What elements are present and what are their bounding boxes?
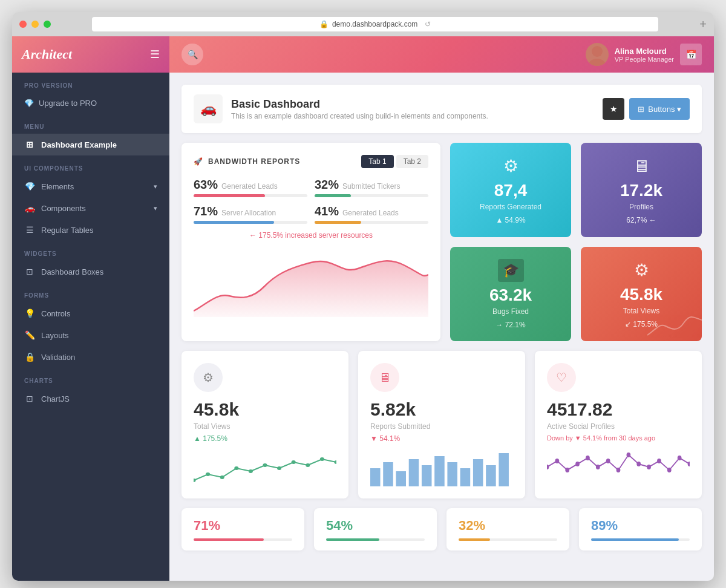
controls-icon: 💡 [24, 309, 35, 318]
bandwidth-info: ← 175.5% increased server resources [194, 231, 428, 240]
svg-point-9 [292, 460, 296, 464]
stat-card-profiles: 🖥 17.2k Profiles 62,7% ← [581, 143, 702, 237]
user-area: Alina Mclourd VP People Manager [586, 43, 674, 66]
settings-icon: ⚙ [634, 260, 649, 280]
mid-heart-icon: ♡ [556, 370, 567, 385]
dashboard-label: Dashboard Example [41, 140, 117, 149]
tab2-button[interactable]: Tab 2 [396, 155, 428, 168]
mid-totalviews-change: ▲ 175.5% [194, 434, 336, 443]
sidebar-item-chartjs[interactable]: ⊡ ChartJS [12, 388, 169, 410]
svg-point-6 [249, 469, 253, 473]
profiles-label: Profiles [629, 203, 653, 211]
regular-tables-label: Regular Tables [41, 226, 93, 235]
svg-point-26 [565, 468, 569, 472]
bandwidth-title-text: BANDWIDTH REPORTS [208, 157, 300, 166]
chevron-down-icon: ▾ [154, 183, 157, 191]
mid-reports-value: 5.82k [370, 399, 513, 420]
mid-gear-icon-wrap: ⚙ [194, 363, 223, 392]
app-container: Architect ☰ PRO VERSION 💎 Upgrade to PRO… [12, 36, 714, 581]
prog-card-2: 54% [314, 508, 437, 550]
sidebar-item-layouts[interactable]: ✏️ Layouts [12, 324, 169, 346]
mid-card-social: ♡ 4517.82 Active Social Profiles Down by… [535, 351, 702, 498]
mid-heart-icon-wrap: ♡ [547, 363, 576, 392]
close-btn[interactable] [19, 21, 27, 28]
username: Alina Mclourd [615, 47, 674, 56]
sidebar-item-components[interactable]: 🚗 Components ▾ [12, 197, 169, 219]
stat-cards-grid: ⚙ 87,4 Reports Generated ▲ 54.9% 🖥 17.2k… [450, 143, 702, 341]
reports-value: 87,4 [494, 182, 528, 199]
mid-monitor-icon-wrap: 🖥 [370, 363, 399, 392]
mini-chart [647, 311, 702, 341]
controls-label: Controls [41, 309, 70, 318]
sidebar-item-upgrade[interactable]: 💎 Upgrade to PRO [12, 93, 169, 114]
mid-totalviews-value: 45.8k [194, 399, 336, 420]
reports-change: ▲ 54.9% [495, 216, 525, 224]
svg-rect-18 [434, 456, 445, 486]
svg-point-11 [320, 457, 324, 461]
mid-cards-grid: ⚙ 45.8k Total Views ▲ 175.5% [182, 351, 702, 498]
svg-rect-14 [383, 462, 393, 486]
svg-point-8 [277, 466, 281, 470]
tab1-button[interactable]: Tab 1 [361, 155, 393, 168]
svg-rect-20 [460, 468, 471, 486]
minimize-btn[interactable] [31, 21, 39, 28]
address-bar[interactable]: 🔒 demo.dashboardpack.com ↺ [92, 17, 658, 31]
bugs-change: → 72.1% [495, 321, 525, 329]
mid-gear-icon: ⚙ [203, 370, 214, 385]
sidebar-item-elements[interactable]: 💎 Elements ▾ [12, 175, 169, 197]
svg-point-34 [647, 465, 651, 469]
search-button[interactable]: 🔍 [182, 44, 203, 65]
calendar-button[interactable]: 📅 [680, 44, 702, 65]
sidebar: Architect ☰ PRO VERSION 💎 Upgrade to PRO… [12, 36, 169, 581]
prog-card-4: 89% [579, 508, 702, 550]
svg-point-31 [616, 468, 621, 472]
upgrade-label: Upgrade to PRO [39, 99, 97, 108]
hamburger-icon[interactable]: ☰ [150, 48, 160, 61]
mid-monitor-icon: 🖥 [379, 371, 391, 385]
svg-point-7 [263, 463, 267, 467]
sidebar-item-validation[interactable]: 🔒 Validation [12, 346, 169, 368]
url-text: demo.dashboardpack.com [332, 20, 417, 28]
sidebar-header: Architect ☰ [12, 36, 169, 73]
svg-rect-19 [447, 462, 457, 486]
svg-point-4 [220, 475, 224, 479]
buttons-dropdown[interactable]: ⊞ Buttons ▾ [629, 98, 690, 120]
maximize-btn[interactable] [44, 21, 51, 28]
bottom-grid: 71% 54% 32% 89% [182, 508, 702, 550]
star-button[interactable]: ★ [603, 98, 624, 120]
components-icon: 🚗 [24, 203, 35, 213]
svg-point-12 [334, 460, 336, 464]
sidebar-item-dashboard-example[interactable]: ⊞ Dashboard Example [12, 134, 169, 155]
boxes-icon: ⊡ [24, 267, 35, 276]
reports-label: Reports Generated [480, 203, 541, 211]
views-value: 45.8k [620, 286, 662, 303]
svg-point-27 [575, 462, 580, 466]
bugs-value: 63.2k [489, 287, 532, 304]
page-icon: 🚗 [194, 94, 223, 123]
chart-icon: ⊡ [24, 394, 35, 403]
sidebar-item-regular-tables[interactable]: ☰ Regular Tables [12, 219, 169, 241]
mid-reports-change: ▼ 54.1% [370, 434, 513, 443]
svg-point-37 [678, 456, 682, 460]
svg-point-1 [589, 59, 606, 66]
chartjs-label: ChartJS [41, 394, 70, 403]
section-charts: CHARTS [12, 368, 169, 388]
svg-rect-23 [499, 453, 509, 486]
svg-rect-22 [486, 465, 496, 486]
mid-reports-label: Reports Submitted [370, 422, 513, 431]
main-area: 🔍 Alina Mclourd VP People Manager 📅 [169, 36, 714, 581]
sidebar-item-dashboard-boxes[interactable]: ⊡ Dashboard Boxes [12, 261, 169, 283]
new-tab-btn[interactable]: + [699, 18, 707, 31]
dashboard-icon: ⊞ [24, 140, 35, 149]
bugs-label: Bugs Fixed [492, 307, 529, 316]
section-ui-components: UI COMPONENTS [12, 155, 169, 175]
logo: Architect [22, 47, 142, 62]
sidebar-item-controls[interactable]: 💡 Controls [12, 302, 169, 324]
bw-stat-2: 32% Submitted Tickers [315, 178, 428, 197]
app-header: 🔍 Alina Mclourd VP People Manager 📅 [169, 36, 714, 73]
svg-point-5 [234, 466, 238, 470]
browser-titlebar: 🔒 demo.dashboardpack.com ↺ + [12, 12, 714, 36]
graduation-icon: 🎓 [498, 259, 524, 282]
bw-stat-1: 63% Generated Leads [194, 178, 307, 197]
validation-icon: 🔒 [24, 352, 35, 362]
